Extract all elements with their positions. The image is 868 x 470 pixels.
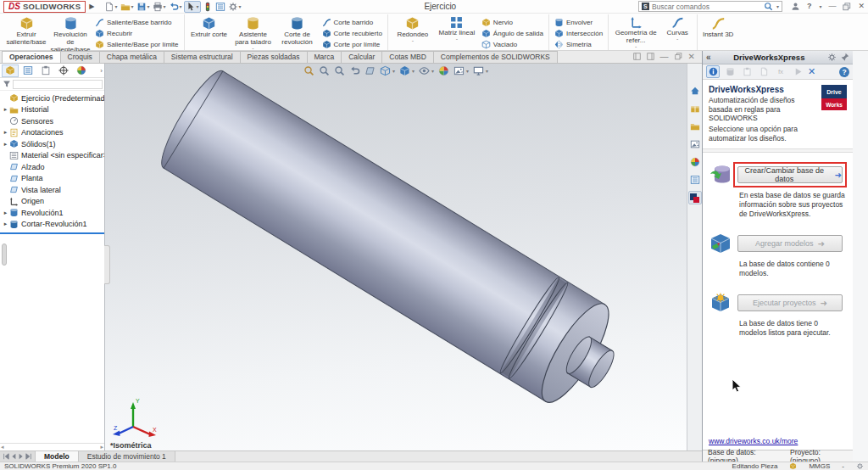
rebuild-button[interactable] — [202, 1, 214, 13]
tab-marca[interactable]: Marca — [307, 51, 342, 63]
filter-funnel-icon[interactable] — [3, 80, 11, 88]
revolve-boss-button[interactable]: Revolución de saliente/base — [49, 15, 92, 53]
tree-item-part[interactable]: Ejercicio (Predeterminado<<Predeter — [0, 92, 104, 104]
dimxpertmanager-icon[interactable] — [55, 64, 72, 77]
form-step-icon[interactable] — [740, 65, 754, 78]
document-step-icon[interactable] — [757, 65, 771, 78]
wrap-button[interactable]: Envolver — [553, 17, 604, 28]
collapse-panel-icon[interactable]: « — [706, 53, 711, 62]
close-button[interactable]: ✕ — [858, 3, 865, 10]
tree-item-planta[interactable]: Planta — [0, 173, 104, 185]
curves-button[interactable]: Curvas- — [661, 15, 693, 41]
next-tab-icon[interactable] — [18, 453, 25, 460]
minimize-button[interactable]: — — [828, 3, 836, 10]
mirror-button[interactable]: Simetría — [553, 39, 604, 50]
print-button[interactable]: ▾ — [152, 1, 167, 13]
expand-arrow-icon[interactable]: ▸ — [2, 106, 9, 113]
solidworks-logo[interactable]: DS SOLIDWORKS — [3, 1, 86, 13]
linear-pattern-button[interactable]: Matriz lineal- — [436, 15, 478, 41]
driveworksxpress-icon[interactable] — [688, 191, 702, 204]
file-explorer-icon[interactable] — [688, 120, 702, 133]
graphics-area[interactable]: ▾ ▾ ▾ ▾ ▾ — [105, 64, 687, 450]
rollback-bar[interactable] — [0, 232, 104, 234]
swept-cut-button[interactable]: Corte barrido — [320, 17, 384, 28]
search-icon[interactable] — [764, 2, 773, 11]
file-properties-button[interactable] — [214, 1, 226, 13]
doc-restore-icon[interactable] — [675, 53, 682, 60]
shaft-model[interactable] — [105, 64, 687, 450]
tree-item-material[interactable]: Material <sin especificar> — [0, 150, 104, 162]
open-button[interactable]: ▾ — [120, 1, 135, 13]
extrude-cut-button[interactable]: Extruir corte — [188, 15, 231, 39]
tab-chapa-metalica[interactable]: Chapa metálica — [99, 51, 164, 63]
run-projects-button[interactable]: Ejecutar proyectos➜ — [737, 294, 843, 311]
tab-croquis[interactable]: Croquis — [60, 51, 100, 63]
featuremanager-tree-icon[interactable] — [2, 64, 19, 77]
design-library-icon[interactable] — [688, 102, 702, 115]
tab-complementos[interactable]: Complementos de SOLIDWORKS — [433, 51, 558, 63]
draft-button[interactable]: Ángulo de salida — [480, 28, 545, 39]
tree-item-vista-lateral[interactable]: Vista lateral — [0, 184, 104, 196]
expand-arrow-icon[interactable]: ▸ — [2, 129, 9, 136]
login-person-icon[interactable] — [791, 2, 800, 11]
pane-right-icon[interactable] — [647, 53, 654, 60]
new-button[interactable]: ▾ — [103, 1, 119, 13]
tree-item-alzado[interactable]: Alzado — [0, 161, 104, 173]
intersect-button[interactable]: Intersección — [553, 28, 604, 39]
search-dropdown-icon[interactable]: ▾ — [776, 3, 779, 9]
info-icon[interactable] — [706, 65, 720, 78]
first-tab-icon[interactable] — [3, 453, 9, 460]
doc-minimize-icon[interactable]: — — [660, 52, 669, 61]
expand-arrow-icon[interactable]: ▸ — [2, 210, 9, 216]
loft-boss-button[interactable]: Recubrir — [93, 28, 181, 39]
save-button[interactable]: ▾ — [136, 1, 151, 13]
tree-scrollbar-thumb[interactable] — [2, 243, 7, 266]
last-tab-icon[interactable] — [25, 453, 32, 460]
tab-cotas-mbd[interactable]: Cotas MBD — [381, 51, 433, 63]
tree-horizontal-scrollbar[interactable]: ◂▸ — [0, 443, 104, 450]
appearances-icon[interactable] — [688, 155, 702, 169]
configurationmanager-icon[interactable] — [37, 64, 54, 77]
search-input[interactable] — [652, 3, 761, 11]
undo-button[interactable]: ▾ — [168, 1, 183, 13]
model-tab[interactable]: Modelo — [36, 451, 79, 462]
scroll-left-icon[interactable]: ◂ — [1, 444, 4, 450]
doc-close-icon[interactable]: ✕ — [688, 52, 695, 61]
command-search[interactable]: S ▾ — [638, 1, 782, 12]
tree-item-anotaciones[interactable]: ▸Anotaciones — [0, 127, 104, 139]
revolve-cut-button[interactable]: Corte de revolución — [276, 15, 319, 47]
expand-arrow-icon[interactable]: ▸ — [2, 141, 9, 148]
help-icon[interactable]: ? — [839, 67, 849, 77]
hole-wizard-button[interactable]: Asistente para taladro- — [232, 15, 275, 50]
displaymanager-icon[interactable] — [73, 64, 90, 77]
reference-geometry-button[interactable]: Geometría de refer...- — [612, 15, 659, 48]
propertymanager-icon[interactable] — [19, 64, 36, 77]
database-step-icon[interactable] — [723, 65, 737, 78]
prev-tab-icon[interactable] — [10, 453, 17, 460]
tab-operaciones[interactable]: Operaciones — [2, 51, 61, 63]
help-button[interactable]: ? — [807, 3, 812, 10]
swept-boss-button[interactable]: Saliente/Base barrido — [93, 17, 181, 28]
panel-options-gear-icon[interactable] — [827, 53, 837, 62]
custom-properties-icon[interactable] — [688, 173, 702, 187]
tab-calcular[interactable]: Calcular — [341, 51, 382, 63]
tree-item-solidos[interactable]: ▸Sólidos(1) — [0, 138, 104, 150]
add-models-button[interactable]: Agregar modelos➜ — [737, 235, 843, 252]
shell-button[interactable]: Vaciado — [480, 39, 545, 50]
solidworks-resources-icon[interactable] — [688, 84, 702, 98]
panel-splitter-handle[interactable] — [104, 245, 110, 284]
instant3d-button[interactable]: Instant 3D — [701, 15, 735, 39]
tree-item-cortar-revolucion1[interactable]: ▸Cortar-Revolución1 — [0, 219, 104, 231]
extrude-boss-button[interactable]: Extruir saliente/base — [5, 15, 47, 47]
select-button[interactable]: ▾ — [184, 1, 201, 13]
pin-panel-icon[interactable] — [840, 53, 849, 62]
close-x-icon[interactable]: ✕ — [808, 66, 815, 77]
expand-arrow-icon[interactable]: ▸ — [2, 221, 9, 227]
tree-item-historial[interactable]: ▸Historial — [0, 104, 104, 116]
tree-item-origen[interactable]: Origen — [0, 196, 104, 208]
restore-button[interactable] — [843, 3, 851, 11]
run-step-icon[interactable] — [791, 65, 804, 78]
status-gear-icon[interactable] — [856, 462, 864, 470]
boundary-boss-button[interactable]: Saliente/Base por límite — [93, 39, 181, 50]
logo-flyout-arrow-icon[interactable]: ▶ — [89, 3, 94, 10]
